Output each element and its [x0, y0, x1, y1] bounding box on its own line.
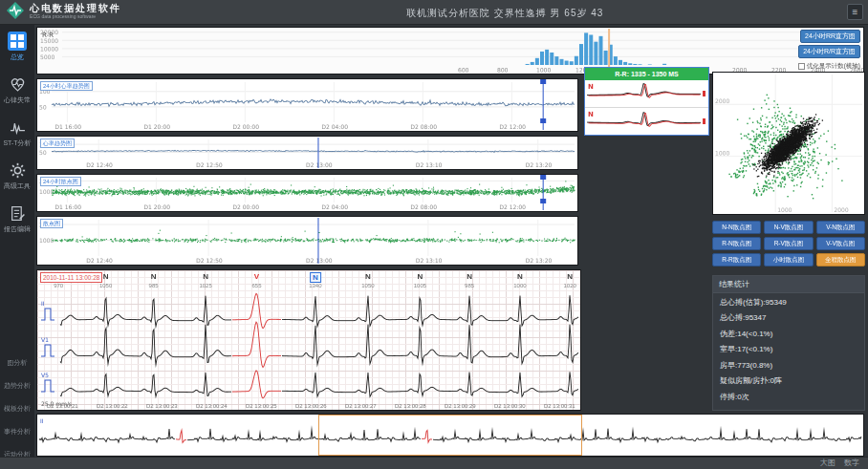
sidebar-item-label: 报告编辑 [4, 224, 31, 234]
checkbox-label: 优化显示计数(横轴) [807, 62, 860, 71]
topbar: 心电数据处理软件 ECG data processing software 联机… [0, 0, 868, 25]
sidebar-footer-item[interactable]: 趋势分析 [4, 381, 31, 391]
beat-annotation-N[interactable]: N [151, 272, 157, 281]
rr-histogram-panel: 24小时RR直方图24小时R/R直方图 优化显示计数(横轴) [36, 27, 864, 75]
gear-icon [8, 160, 27, 180]
beat-template-window: R-R: 1335 - 1350 MS [584, 67, 709, 136]
optimize-display-checkbox[interactable]: 优化显示计数(横轴) [798, 62, 860, 71]
stat-line: 停搏:0次 [713, 388, 864, 404]
ecg-app-window: 心电数据处理软件 ECG data processing software 联机… [0, 0, 868, 469]
bottombar: 大图数字 [0, 457, 868, 469]
ecg-detail-canvas[interactable] [37, 270, 580, 410]
scatter-type-button[interactable]: R-N散点图 [712, 237, 761, 250]
time-label: D2 13:00:26 [295, 403, 327, 409]
poincare-canvas[interactable] [713, 73, 864, 214]
app-subtitle: ECG data processing software [30, 14, 108, 19]
beat-annotation-V[interactable]: V [254, 272, 259, 281]
beat-annotation-N[interactable]: N [103, 272, 109, 281]
time-label: D2 13:00:28 [395, 403, 426, 409]
time-label: D2 13:00:27 [345, 403, 377, 409]
sidebar-footer-item[interactable]: 模板分析 [4, 404, 31, 414]
ecg-detail-panel: 2010-11-11 13:00:28 N970N1050N985N1025V6… [36, 269, 581, 411]
beat-annotation-N[interactable]: N [365, 272, 371, 281]
stt-icon [8, 117, 27, 137]
stat-line: 室早:17(<0.1%) [713, 341, 864, 357]
sidebar-item-label: 心律失常 [4, 96, 31, 105]
ecg-time-axis: D2 13:00:21D2 13:00:22D2 13:00:23D2 13:0… [37, 401, 580, 409]
sidebar-item-st-t[interactable]: ST-T分析 [0, 111, 34, 154]
time-label: D2 13:00:21 [47, 403, 78, 409]
time-label: D2 13:00:25 [246, 403, 277, 409]
checkbox-box[interactable] [798, 63, 805, 70]
grid-icon [8, 32, 27, 51]
rhythm-selection-box[interactable] [318, 415, 582, 456]
histogram-mode-button[interactable]: 24小时R/R直方图 [798, 45, 860, 58]
scatter-type-button[interactable]: N-N散点图 [712, 221, 761, 234]
hr-trend-zoom-canvas[interactable] [37, 137, 577, 169]
scatter-type-button[interactable]: N-V散点图 [764, 221, 813, 234]
rr-scatter-zoom-panel: 散点图 [36, 216, 578, 266]
statistics-lines: 总心搏(估算):95349总心搏:95347伪差:14(<0.1%)室早:17(… [713, 293, 864, 404]
ecg-timestamp: 2010-11-11 13:00:28 [40, 272, 102, 283]
statistics-panel: 结果统计 总心搏(估算):95349总心搏:95347伪差:14(<0.1%)室… [712, 275, 865, 411]
scatter-type-button[interactable]: V-N散点图 [816, 221, 865, 234]
hr-trend-24h-canvas[interactable] [37, 79, 577, 131]
time-label: D2 13:00:22 [97, 403, 128, 409]
time-label: D2 13:00:31 [544, 403, 575, 409]
stat-line: 总心搏:95347 [713, 309, 864, 326]
template-rr-header: R-R: 1335 - 1350 MS [585, 68, 708, 80]
sidebar-item-overview[interactable]: 总览 [0, 25, 34, 68]
sidebar-footer-item[interactable]: 事件分析 [4, 427, 31, 437]
chart-label-scatter-zoom: 散点图 [40, 219, 63, 228]
rr-scatter-24h-canvas[interactable] [37, 175, 577, 211]
hr-trend-24h-panel: 24小时心率趋势图 [36, 78, 578, 132]
app-title: 心电数据处理软件 [30, 4, 121, 13]
statistics-title: 结果统计 [713, 276, 864, 293]
beat-annotation-N[interactable]: N [310, 272, 321, 283]
sidebar-footer: 图分析趋势分析模板分析事件分析运动分析 [0, 358, 34, 469]
beat-annotation-N[interactable]: N [517, 272, 523, 281]
chart-label-hr-trend-zoom: 心率趋势图 [40, 139, 75, 148]
patient-info: 联机测试分析医院 交界性逸搏 男 65岁 43 [406, 7, 603, 20]
scatter-type-button[interactable]: 小时散点图 [764, 253, 813, 266]
scatter-type-button[interactable]: 全程散点图 [816, 253, 865, 266]
sidebar-item-arrhythmia[interactable]: 心律失常 [0, 68, 34, 111]
sidebar-item-report[interactable]: 报告编辑 [0, 197, 34, 240]
stat-line: 房早:773(0.8%) [713, 356, 864, 373]
beat-annotation-N[interactable]: N [418, 272, 423, 281]
beat-annotation-N[interactable]: N [467, 272, 472, 281]
sidebar: 总览心律失常ST-T分析高级工具报告编辑 图分析趋势分析模板分析事件分析运动分析 [0, 25, 34, 469]
stat-line: 疑似房颤/房扑:0阵 [713, 373, 864, 389]
scatter-button-grid: N-N散点图N-V散点图V-N散点图R-N散点图R-V散点图V-V散点图R-R散… [712, 221, 865, 266]
time-label: D2 13:00:30 [494, 403, 526, 409]
footer-button[interactable]: 数字 [844, 458, 859, 469]
rr-scatter-zoom-canvas[interactable] [37, 217, 577, 265]
poincare-plot-panel [712, 72, 865, 215]
sidebar-item-tools[interactable]: 高级工具 [0, 154, 34, 197]
time-label: D2 13:00:29 [445, 403, 476, 409]
sidebar-footer-item[interactable]: 图分析 [8, 358, 28, 368]
time-label: D2 13:00:24 [196, 403, 228, 409]
rr-histogram-canvas[interactable] [37, 28, 863, 74]
beat-annotation-N[interactable]: N [203, 272, 208, 281]
scatter-type-button[interactable]: V-V散点图 [816, 237, 865, 250]
chart-label-hr-trend-24h: 24小时心率趋势图 [40, 81, 93, 91]
template-canvas[interactable] [585, 80, 708, 135]
histogram-controls: 24小时RR直方图24小时R/R直方图 优化显示计数(横轴) [798, 30, 860, 71]
heart-icon [8, 75, 27, 94]
histogram-mode-button[interactable]: 24小时RR直方图 [800, 30, 860, 43]
hr-trend-zoom-panel: 心率趋势图 [36, 136, 578, 170]
beat-annotation-N[interactable]: N [567, 272, 573, 281]
time-label: D2 13:00:23 [146, 403, 178, 409]
rr-scatter-24h-panel: 24小时散点图 [36, 174, 578, 212]
sidebar-item-label: 高级工具 [4, 181, 31, 191]
stat-line: 总心搏(估算):95349 [713, 293, 864, 309]
chart-label-scatter-24h: 24小时散点图 [40, 177, 81, 186]
stat-line: 伪差:14(<0.1%) [713, 325, 864, 341]
sidebar-item-label: ST-T分析 [3, 139, 31, 148]
scatter-type-button[interactable]: R-R散点图 [712, 253, 761, 266]
scatter-type-button[interactable]: R-V散点图 [764, 237, 813, 250]
menu-button[interactable]: ≡ [847, 4, 863, 20]
footer-button[interactable]: 大图 [820, 458, 835, 469]
rhythm-strip-panel [36, 414, 864, 457]
